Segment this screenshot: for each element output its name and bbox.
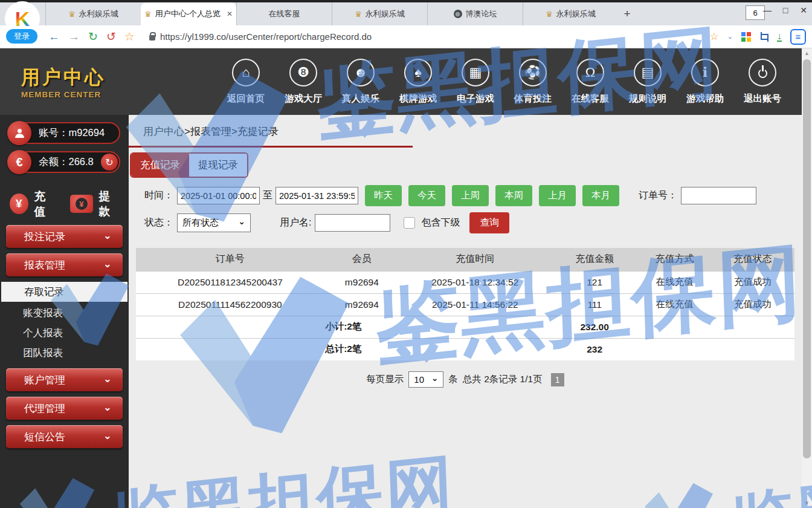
login-button[interactable]: 登录 xyxy=(6,29,37,44)
sidebar-item-report-management[interactable]: 报表管理 ⌄ xyxy=(6,253,123,276)
browser-tab-2-active[interactable]: ♛ 用户中心-个人总览 ✕ xyxy=(141,2,236,25)
menu-icon[interactable]: ≡ xyxy=(790,29,806,45)
nav-help[interactable]: ℹ 游戏帮助 xyxy=(686,59,724,105)
unit-label: 条 xyxy=(448,373,458,386)
select-caret-icon: ⌄ xyxy=(431,373,439,383)
nav-sports[interactable]: ⚽ 体育投注 xyxy=(514,59,552,105)
billiard-icon: ❽ xyxy=(297,65,309,80)
bookmark-star-icon[interactable]: ☆ xyxy=(124,30,135,44)
tab-label: 博澳论坛 xyxy=(466,8,497,19)
chevron-down-icon: ⌄ xyxy=(103,373,112,385)
favorite-icon[interactable]: ☆ xyxy=(710,30,719,43)
quick-last-week-button[interactable]: 上周 xyxy=(452,185,489,206)
minimize-button[interactable]: — xyxy=(762,5,772,15)
crown-icon: ♛ xyxy=(355,10,362,19)
select-caret-icon: ⌄ xyxy=(238,217,245,226)
total-amount: 232 xyxy=(551,338,639,360)
top-navigation: ⌂ 返回首页 ❽ 游戏大厅 ☻ 真人娱乐 ♠ 棋牌游戏 ▦ 电子游戏 ⚽ 体育投… xyxy=(227,59,781,105)
scroll-down-icon[interactable]: ▼ xyxy=(802,498,812,508)
maximize-button[interactable]: □ xyxy=(781,5,790,15)
chevron-down-icon: ⌄ xyxy=(103,229,112,242)
sidebar-subitem-team-report[interactable]: 团队报表 xyxy=(0,343,129,363)
quick-yesterday-button[interactable]: 昨天 xyxy=(365,185,402,206)
nav-rules[interactable]: ▤ 规则说明 xyxy=(629,59,666,105)
refresh-icon[interactable]: ↻ xyxy=(88,30,98,44)
tab-bar: K 登录 ♛ 永利娱乐城 ♛ 用户中心-个人总览 ✕ 在线客服 ♛ 永利娱乐城 … xyxy=(0,2,812,25)
tab-charge-records[interactable]: 充值记录 xyxy=(131,154,189,177)
browser-chrome: K 登录 ♛ 永利娱乐城 ♛ 用户中心-个人总览 ✕ 在线客服 ♛ 永利娱乐城 … xyxy=(0,0,812,48)
nav-card-games[interactable]: ♠ 棋牌游戏 xyxy=(399,59,437,105)
headset-icon: Ω xyxy=(585,65,595,80)
balance-pill: € 余额：266.8 ↻ xyxy=(8,151,120,173)
tab-label: 在线客服 xyxy=(269,8,300,19)
page-1-button[interactable]: 1 xyxy=(551,373,564,386)
time-to-input[interactable] xyxy=(276,187,358,204)
clipboard-icon: ▤ xyxy=(642,65,654,80)
sidebar-item-bet-records[interactable]: 投注记录 ⌄ xyxy=(6,225,123,248)
undo-icon[interactable]: ↺ xyxy=(106,30,116,44)
quick-this-month-button[interactable]: 本月 xyxy=(582,185,619,206)
search-button[interactable]: 查询 xyxy=(469,212,509,233)
nav-live-casino[interactable]: ☻ 真人娱乐 xyxy=(342,59,379,105)
member-center-logo: 用户中心 MEMBER CENTER xyxy=(21,65,142,99)
pagination: 每页显示 10 ⌄ 条 总共 2条记录 1/1页 1 xyxy=(129,371,802,388)
nav-slots[interactable]: ▦ 电子游戏 xyxy=(457,59,494,105)
time-from-input[interactable] xyxy=(177,187,260,204)
tab-close-icon[interactable]: ✕ xyxy=(227,10,233,18)
charge-records-table: 订单号 会员 充值时间 充值金额 充值方式 充值状态 D202501181234… xyxy=(136,248,794,360)
nav-customer-service[interactable]: Ω 在线客服 xyxy=(572,59,609,105)
username-input[interactable] xyxy=(315,214,390,232)
sidebar-item-agent-management[interactable]: 代理管理 ⌄ xyxy=(6,397,123,420)
new-tab-button[interactable]: + xyxy=(618,2,636,25)
close-button[interactable]: ✕ xyxy=(799,5,808,15)
nav-game-hall[interactable]: ❽ 游戏大厅 xyxy=(285,59,322,105)
vertical-scrollbar[interactable]: ▲ ▼ xyxy=(802,48,812,508)
sidebar-subitem-personal-report[interactable]: 个人报表 xyxy=(0,323,129,343)
sidebar-item-sms-announcement[interactable]: 短信公告 ⌄ xyxy=(6,425,123,448)
page: 用户中心 MEMBER CENTER ⌂ 返回首页 ❽ 游戏大厅 ☻ 真人娱乐 … xyxy=(0,48,802,508)
col-member: 会员 xyxy=(324,248,399,271)
browser-tab-5[interactable]: ◍ 博澳论坛 xyxy=(427,2,523,25)
status-select[interactable]: 所有状态 ⌄ xyxy=(177,213,251,232)
quick-this-week-button[interactable]: 本周 xyxy=(495,185,532,206)
per-page-select[interactable]: 10 ⌄ xyxy=(408,371,443,388)
url-text[interactable]: https://yl1999.co/userCenter/report/char… xyxy=(160,31,372,42)
tab-withdraw-records[interactable]: 提现记录 xyxy=(189,154,247,177)
favorite-chevron-icon[interactable]: ⌄ xyxy=(727,33,733,41)
status-label: 状态： xyxy=(144,217,173,229)
chevron-down-icon: ⌄ xyxy=(103,258,112,270)
scrollbar-thumb[interactable] xyxy=(803,59,811,458)
tab-label: 用户中心-个人总览 xyxy=(155,8,221,19)
total-label: 总计:2笔 xyxy=(136,338,551,360)
sidebar-subitem-account-change-report[interactable]: 账变报表 xyxy=(0,303,129,323)
power-icon xyxy=(758,69,767,78)
url-field[interactable]: https://yl1999.co/userCenter/report/char… xyxy=(149,31,710,42)
nav-logout[interactable]: 退出账号 xyxy=(744,59,781,105)
order-no-label: 订单号： xyxy=(639,189,677,202)
withdraw-button[interactable]: ¥ 提款 xyxy=(70,189,119,219)
address-bar-actions: ☆ ⌄ ↓ ≡ xyxy=(710,29,806,45)
col-charge-status: 充值状态 xyxy=(711,248,794,271)
refresh-balance-icon[interactable]: ↻ xyxy=(101,154,118,171)
deposit-button[interactable]: ¥ 充值 xyxy=(10,189,54,219)
forward-icon[interactable]: → xyxy=(68,30,80,44)
browser-tab-3[interactable]: 在线客服 xyxy=(236,2,332,25)
screenshot-icon[interactable] xyxy=(759,32,768,41)
include-subordinates-checkbox[interactable] xyxy=(404,217,415,229)
browser-tab-6[interactable]: ♛ 永利娱乐城 xyxy=(523,2,618,25)
download-icon[interactable]: ↓ xyxy=(777,32,782,42)
sidebar: 账号：m92694 € 余额：266.8 ↻ ¥ 充值 ¥ 提款 投注记录 xyxy=(0,115,129,508)
browser-tab-1[interactable]: ♛ 永利娱乐城 xyxy=(45,2,141,25)
nav-home[interactable]: ⌂ 返回首页 xyxy=(227,59,265,105)
sidebar-item-account-management[interactable]: 账户管理 ⌄ xyxy=(6,368,123,391)
quick-last-month-button[interactable]: 上月 xyxy=(539,185,576,206)
apps-grid-icon[interactable] xyxy=(741,32,751,42)
order-no-input[interactable] xyxy=(681,187,756,204)
quick-today-button[interactable]: 今天 xyxy=(408,185,445,206)
browser-tab-4[interactable]: ♛ 永利娱乐城 xyxy=(332,2,427,25)
logo-title: 用户中心 xyxy=(21,65,142,90)
scroll-up-icon[interactable]: ▲ xyxy=(802,48,812,58)
back-icon[interactable]: ← xyxy=(48,30,60,44)
sidebar-menu: 投注记录 ⌄ 报表管理 ⌄ 存取记录 账变报表 个人报表 团队报表 账户管理 ⌄… xyxy=(0,225,129,448)
sidebar-subitem-deposit-withdraw-records[interactable]: 存取记录 xyxy=(1,282,127,302)
